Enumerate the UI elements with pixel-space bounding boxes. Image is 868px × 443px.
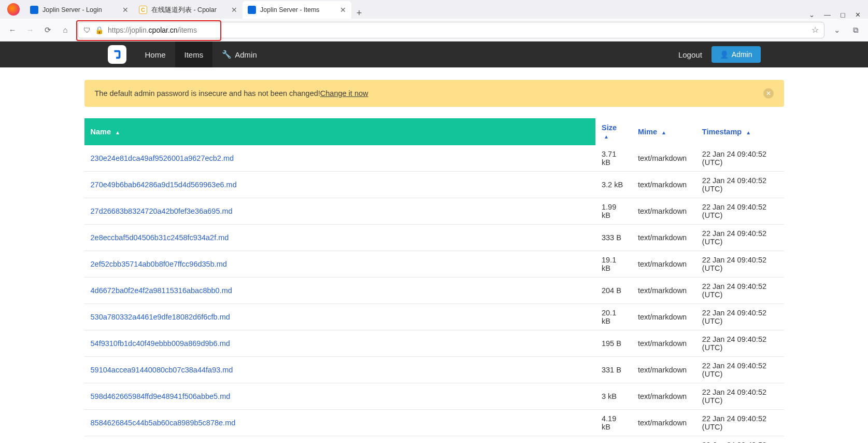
item-link[interactable]: 230e24e81dca49af9526001a9627ecb2.md [91, 154, 234, 162]
item-mime: text/markdown [632, 251, 696, 278]
th-name-label: Name [91, 128, 111, 136]
tab-close-icon[interactable]: ✕ [340, 6, 346, 14]
tab-close-icon[interactable]: ✕ [122, 6, 129, 14]
nav-admin-label: Admin [235, 50, 257, 59]
admin-button-label: Admin [732, 50, 752, 59]
item-size: 744 B [595, 436, 632, 444]
item-link[interactable]: 2ef52cbb35714ab0b8f0e7ffcc96d35b.md [91, 260, 227, 268]
app-navbar: Home Items 🔧 Admin Logout 👤 Admin [0, 41, 868, 67]
table-row: 4d6672ba0f2e4f2a98115316abac8bb0.md204 B… [84, 278, 784, 304]
nav-items[interactable]: Items [175, 41, 213, 67]
item-size: 3.71 kB [595, 145, 632, 172]
item-mime: text/markdown [632, 145, 696, 172]
item-timestamp: 22 Jan 24 09:40:52 (UTC) [696, 198, 784, 225]
admin-button[interactable]: 👤 Admin [712, 46, 761, 63]
item-mime: text/markdown [632, 225, 696, 251]
item-link[interactable]: 27d26683b8324720a42b0fef3e36a695.md [91, 207, 233, 215]
bookmark-star-icon[interactable]: ☆ [812, 25, 819, 35]
browser-tab[interactable]: Joplin Server - Login✕ [25, 1, 134, 19]
item-timestamp: 22 Jan 24 09:40:52 (UTC) [696, 304, 784, 330]
item-size: 331 B [595, 357, 632, 383]
home-icon[interactable]: ⌂ [60, 25, 70, 34]
window-maximize-icon[interactable]: ◻ [840, 11, 846, 19]
item-mime: text/markdown [632, 278, 696, 304]
extensions-icon[interactable]: ⧉ [850, 25, 861, 35]
item-size: 3.2 kB [595, 172, 632, 198]
table-row: 270e49b6bab64286a9d15d4d569963e6.md3.2 k… [84, 172, 784, 198]
alert-text: The default admin password is insecure a… [95, 89, 320, 98]
th-mime[interactable]: Mime ▲ [632, 118, 696, 145]
browser-tab-strip: Joplin Server - Login✕C在线隧道列表 - Cpolar✕J… [0, 0, 868, 19]
sort-asc-icon: ▲ [746, 130, 751, 135]
table-row: 54f9310fb1dc40f49ebbb009a869d9b6.md195 B… [84, 330, 784, 357]
th-mime-label: Mime [638, 128, 657, 136]
th-size[interactable]: Size ▲ [595, 118, 632, 145]
item-mime: text/markdown [632, 383, 696, 410]
item-link[interactable]: 598d462665984ffd9e48941f506abbe5.md [91, 392, 231, 400]
item-link[interactable]: 2e8eccbaf5d04506b31c2458fc934a2f.md [91, 233, 229, 242]
lock-icon[interactable]: 🔒 [95, 26, 104, 34]
item-link[interactable]: 8584626845c44b5ab60ca8989b5c878e.md [91, 419, 236, 427]
table-row: 230e24e81dca49af9526001a9627ecb2.md3.71 … [84, 145, 784, 172]
logout-link[interactable]: Logout [678, 50, 702, 59]
user-icon: 👤 [720, 50, 729, 59]
item-link[interactable]: 530a780332a4461e9dfe18082d6f6cfb.md [91, 313, 230, 321]
alert-link[interactable]: Change it now [320, 89, 368, 98]
wrench-icon: 🔧 [222, 50, 232, 59]
item-link[interactable]: 54f9310fb1dc40f49ebbb009a869d9b6.md [91, 339, 230, 348]
table-row: 27d26683b8324720a42b0fef3e36a695.md1.99 … [84, 198, 784, 225]
tab-title: 在线隧道列表 - Cpolar [151, 6, 227, 15]
item-timestamp: 22 Jan 24 09:40:52 (UTC) [696, 410, 784, 436]
window-minimize-icon[interactable]: ― [824, 11, 831, 19]
nav-admin[interactable]: 🔧 Admin [212, 41, 266, 67]
close-alert-icon[interactable]: ✕ [763, 88, 774, 99]
browser-tab[interactable]: Joplin Server - Items✕ [243, 1, 351, 19]
joplin-favicon-icon [248, 6, 256, 14]
item-size: 195 B [595, 330, 632, 357]
item-size: 333 B [595, 225, 632, 251]
warning-alert: The default admin password is insecure a… [84, 80, 784, 107]
item-timestamp: 22 Jan 24 09:40:52 (UTC) [696, 278, 784, 304]
tab-title: Joplin Server - Items [260, 6, 336, 13]
tab-title: Joplin Server - Login [42, 6, 118, 13]
th-timestamp[interactable]: Timestamp ▲ [696, 118, 784, 145]
item-size: 19.1 kB [595, 251, 632, 278]
window-close-icon[interactable]: ✕ [855, 11, 861, 19]
sort-asc-icon: ▲ [661, 130, 666, 135]
item-link[interactable]: 59104accea91440080cb07c38a44fa93.md [91, 366, 233, 374]
cpolar-favicon-icon: C [139, 6, 147, 14]
item-mime: text/markdown [632, 357, 696, 383]
new-tab-button[interactable]: + [351, 8, 367, 19]
joplin-logo-icon[interactable] [108, 45, 126, 64]
tabs-dropdown-icon[interactable]: ⌄ [809, 11, 815, 19]
pocket-icon[interactable]: ⌄ [832, 25, 842, 35]
url-text: https://joplin.cpolar.cn/items [108, 26, 197, 34]
item-size: 4.19 kB [595, 410, 632, 436]
item-link[interactable]: 270e49b6bab64286a9d15d4d569963e6.md [91, 181, 237, 189]
item-timestamp: 22 Jan 24 09:40:52 (UTC) [696, 145, 784, 172]
item-size: 20.1 kB [595, 304, 632, 330]
shield-icon[interactable]: 🛡 [83, 26, 91, 34]
table-row: 530a780332a4461e9dfe18082d6f6cfb.md20.1 … [84, 304, 784, 330]
item-link[interactable]: 4d6672ba0f2e4f2a98115316abac8bb0.md [91, 286, 232, 295]
item-timestamp: 22 Jan 24 09:40:52 (UTC) [696, 357, 784, 383]
item-mime: text/markdown [632, 304, 696, 330]
table-row: 598d462665984ffd9e48941f506abbe5.md3 kBt… [84, 383, 784, 410]
forward-icon[interactable]: → [25, 25, 35, 34]
browser-tab[interactable]: C在线隧道列表 - Cpolar✕ [134, 1, 243, 19]
address-bar[interactable]: 🛡 🔒 https://joplin.cpolar.cn/items ☆ [78, 22, 824, 38]
th-name[interactable]: Name ▲ [84, 118, 595, 145]
table-row: 2e8eccbaf5d04506b31c2458fc934a2f.md333 B… [84, 225, 784, 251]
nav-home[interactable]: Home [136, 41, 175, 67]
item-mime: text/markdown [632, 330, 696, 357]
items-table: Name ▲ Size ▲ Mime ▲ Timestamp ▲ 230e24e… [84, 118, 784, 443]
item-mime: text/markdown [632, 198, 696, 225]
reload-icon[interactable]: ⟳ [42, 25, 53, 35]
tab-close-icon[interactable]: ✕ [231, 6, 237, 14]
item-timestamp: 22 Jan 24 09:40:52 (UTC) [696, 251, 784, 278]
item-timestamp: 22 Jan 24 09:40:52 (UTC) [696, 330, 784, 357]
back-icon[interactable]: ← [7, 25, 18, 34]
item-timestamp: 22 Jan 24 09:40:52 (UTC) [696, 225, 784, 251]
firefox-logo-icon [7, 3, 20, 16]
th-ts-label: Timestamp [702, 128, 742, 136]
